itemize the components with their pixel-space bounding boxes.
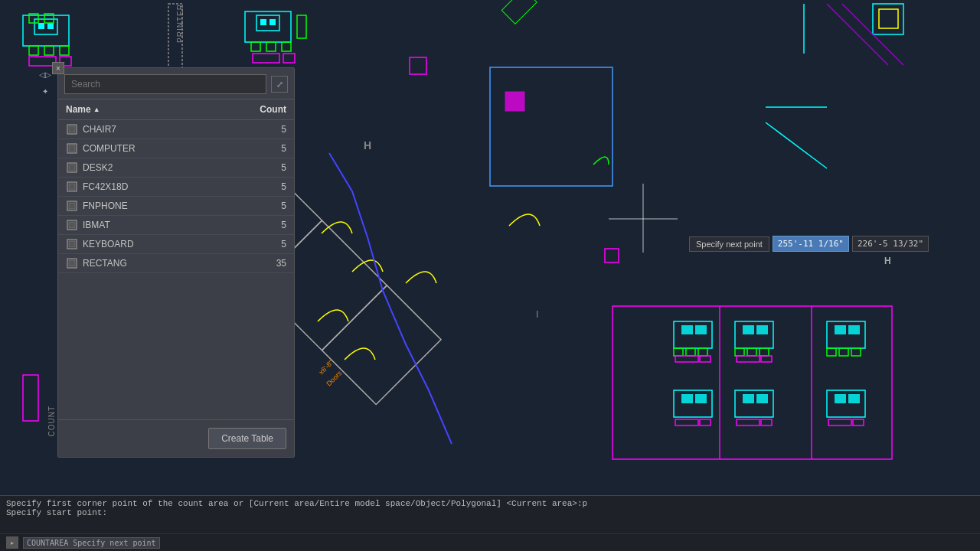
coordinate-tooltip: Specify next point 255'-11 1/16" 226'-5 … — [689, 236, 929, 252]
svg-rect-54 — [681, 394, 693, 403]
coordinate-y: 226'-5 13/32" — [852, 236, 929, 252]
svg-rect-43 — [747, 348, 756, 356]
svg-rect-96 — [69, 203, 75, 209]
svg-rect-16 — [251, 42, 260, 51]
svg-rect-100 — [69, 241, 75, 247]
svg-rect-3 — [38, 23, 44, 29]
svg-rect-63 — [827, 390, 865, 417]
block-icon — [66, 142, 78, 155]
command-line-1: Specify first corner point of the count … — [6, 499, 974, 508]
svg-rect-41 — [756, 325, 768, 334]
svg-rect-33 — [695, 325, 707, 334]
svg-rect-67 — [853, 419, 864, 425]
sidebar-icon-arrow[interactable]: ◁▷ — [38, 67, 52, 81]
svg-rect-34 — [674, 348, 683, 356]
svg-rect-17 — [266, 42, 276, 51]
table-body: CHAIR75 COMPUTER5 DESK25 FC42X18D5 FNPHO… — [58, 120, 294, 419]
svg-rect-61 — [737, 419, 760, 425]
table-row[interactable]: IBMAT5 — [58, 216, 294, 235]
svg-rect-49 — [848, 325, 860, 334]
row-name: FC42X18D — [83, 181, 248, 192]
svg-rect-37 — [675, 356, 698, 362]
create-table-button[interactable]: Create Table — [208, 428, 286, 449]
svg-rect-31 — [674, 321, 712, 348]
coordinate-x[interactable]: 255'-11 1/16" — [773, 236, 849, 252]
row-count: 5 — [248, 143, 286, 154]
panel-close-button[interactable]: × — [52, 62, 64, 74]
svg-rect-38 — [700, 356, 710, 362]
svg-rect-71 — [879, 9, 898, 28]
block-icon — [66, 200, 78, 212]
svg-line-83 — [842, 4, 903, 65]
table-row[interactable]: COMPUTER5 — [58, 139, 294, 158]
svg-rect-36 — [698, 348, 707, 356]
svg-text:I: I — [536, 309, 538, 320]
svg-line-86 — [766, 122, 827, 168]
row-name: RECTANG — [83, 258, 248, 269]
row-count: 5 — [248, 220, 286, 230]
column-name-header[interactable]: Name ▲ — [66, 104, 248, 115]
svg-rect-9 — [44, 14, 54, 23]
svg-rect-46 — [761, 356, 772, 362]
svg-rect-13 — [256, 15, 279, 31]
svg-text:H: H — [884, 256, 891, 266]
block-icon — [66, 257, 78, 269]
panel-footer: Create Table — [58, 419, 294, 457]
table-header: Name ▲ Count — [58, 99, 294, 120]
svg-rect-28 — [612, 306, 892, 459]
row-name: FNPHONE — [83, 201, 248, 211]
svg-rect-59 — [743, 394, 754, 403]
row-count: 5 — [248, 201, 286, 211]
svg-rect-74 — [23, 375, 38, 421]
svg-rect-72 — [501, 0, 537, 24]
svg-rect-1 — [23, 15, 69, 46]
svg-rect-40 — [743, 325, 754, 334]
row-count: 5 — [248, 239, 286, 249]
block-icon — [66, 181, 78, 193]
row-name: COMPUTER — [83, 143, 248, 154]
svg-rect-70 — [873, 4, 903, 34]
svg-rect-102 — [69, 260, 75, 266]
count-panel: × ⤢ Name ▲ Count CHAIR75 COMPUTER5 DESK2… — [57, 67, 295, 458]
svg-rect-57 — [700, 419, 710, 425]
table-row[interactable]: RECTANG35 — [58, 254, 294, 273]
svg-rect-90 — [69, 145, 75, 152]
svg-rect-32 — [681, 325, 693, 334]
svg-rect-94 — [69, 184, 75, 190]
svg-rect-50 — [827, 348, 836, 356]
table-row[interactable]: CHAIR75 — [58, 120, 294, 139]
svg-rect-69 — [605, 249, 619, 262]
column-count-header: Count — [248, 104, 286, 115]
command-line-2: Specify start point: — [6, 508, 974, 517]
row-count: 5 — [248, 181, 286, 192]
svg-rect-7 — [60, 46, 69, 55]
svg-text:Doors: Doors — [325, 369, 343, 387]
table-row[interactable]: FNPHONE5 — [58, 197, 294, 216]
expand-button[interactable]: ⤢ — [271, 76, 288, 93]
svg-rect-52 — [851, 348, 861, 356]
svg-rect-6 — [44, 46, 54, 55]
command-input[interactable] — [165, 538, 974, 547]
row-name: CHAIR7 — [83, 124, 248, 135]
search-bar: ⤢ — [58, 68, 294, 99]
sidebar-icon-settings[interactable]: ✦ — [38, 84, 52, 98]
table-row[interactable]: DESK25 — [58, 158, 294, 178]
search-input[interactable] — [64, 74, 266, 94]
row-name: KEYBOARD — [83, 239, 248, 249]
svg-rect-4 — [47, 23, 54, 29]
svg-rect-60 — [756, 394, 768, 403]
svg-rect-14 — [260, 19, 266, 25]
svg-rect-65 — [848, 394, 860, 403]
svg-rect-58 — [735, 390, 773, 417]
row-name: IBMAT — [83, 220, 248, 230]
count-label: COUNT — [47, 406, 56, 437]
svg-rect-26 — [490, 67, 612, 186]
svg-rect-21 — [283, 54, 295, 63]
command-output: Specify first corner point of the count … — [0, 495, 980, 533]
command-icon: ▸ — [6, 536, 18, 549]
svg-rect-27 — [505, 92, 524, 111]
row-count: 5 — [248, 124, 286, 135]
svg-rect-44 — [760, 348, 769, 356]
table-row[interactable]: KEYBOARD5 — [58, 235, 294, 254]
table-row[interactable]: FC42X18D5 — [58, 178, 294, 197]
